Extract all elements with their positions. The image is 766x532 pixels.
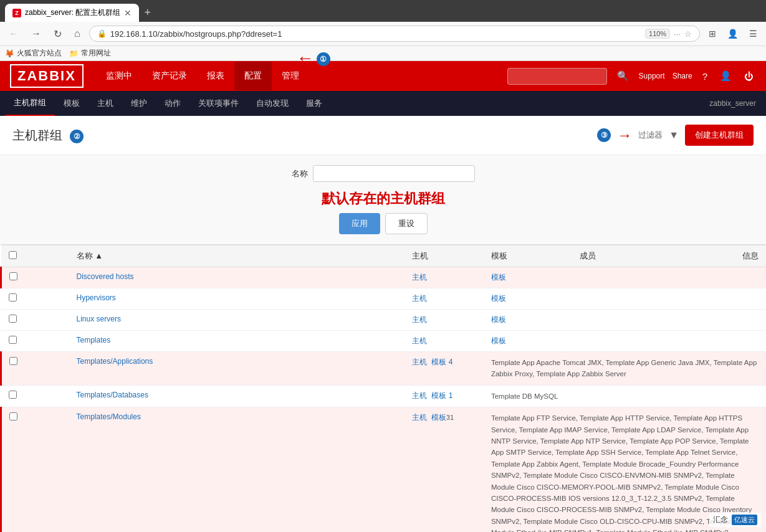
home-button[interactable]: ⌂ [70,27,84,40]
app-header: ZABBIX 监测中 资产记录 报表 配置 管理 → ① 🔍 Support S… [0,61,766,91]
help-icon-button[interactable]: ? [700,69,710,84]
row-template-count[interactable]: 1 [449,391,453,400]
col-header-host: 主机 [405,245,484,267]
filter-icon: ▼ [669,130,679,141]
table-row: Hypervisors 主机 模板 [1,288,767,310]
row-template-count[interactable]: 4 [449,358,453,366]
nav-assets[interactable]: 资产记录 [142,62,197,90]
row-host-link[interactable]: 主机 [412,391,427,400]
page-content: 主机群组 ② ③ → 过滤器 ▼ 创建主机群组 名称 默认存在的主机群组 应用 … [0,116,766,532]
app-logo: ZABBIX [10,64,84,88]
sub-nav: 主机群组 模板 主机 维护 动作 关联项事件 自动发现 服务 zabbix_se… [0,91,766,116]
logout-icon-button[interactable]: ⏻ [742,69,756,84]
bookmark-firefox[interactable]: 🦊 火狐官方站点 [5,48,62,59]
account-button[interactable]: 👤 [724,27,742,40]
hostgroups-table: 名称 ▲ 主机 模板 成员 信息 Discovered hosts 主机 模板 [0,245,766,532]
share-link[interactable]: Share [673,72,692,80]
reset-filter-button[interactable]: 重设 [385,213,428,234]
back-button[interactable]: ← [5,27,22,40]
row-template-count: 31 [446,414,454,421]
row-template-content: Template DB MySQL [484,385,766,407]
row-name-link[interactable]: Templates/Modules [77,412,141,421]
extensions-button[interactable]: ⊞ [705,27,720,40]
lock-icon: 🔒 [97,29,107,38]
subnav-maintenance[interactable]: 维护 [122,92,156,115]
tab-close-button[interactable]: ✕ [124,8,132,18]
watermark-text1: 汇念 [713,515,728,525]
forward-button[interactable]: → [27,27,45,40]
page-header-actions: ③ → 过滤器 ▼ 创建主机群组 [597,125,754,146]
nav-monitoring[interactable]: 监测中 [96,62,142,90]
row-checkbox[interactable] [9,391,17,399]
row-name-link[interactable]: Linux servers [77,315,121,323]
col-header-members: 成员 [572,245,678,267]
browser-action-buttons: ⊞ 👤 ☰ [705,27,761,40]
tab-title: zabbix_server: 配置主机群组 [25,7,120,18]
row-checkbox[interactable] [9,412,17,420]
row-host-link[interactable]: 主机 [412,294,427,303]
row-checkbox[interactable] [9,336,17,344]
filter-section: 名称 默认存在的主机群组 应用 重设 [0,155,766,245]
row-checkbox[interactable] [9,293,17,302]
browser-tab[interactable]: Z zabbix_server: 配置主机群组 ✕ [5,4,139,22]
row-template-link[interactable]: 模板 [431,358,446,366]
bookmarks-bar: 🦊 火狐官方站点 📁 常用网址 [0,46,766,61]
table-row: Discovered hosts 主机 模板 [1,267,767,288]
row-template-link[interactable]: 模板 [431,391,446,400]
header-right: 🔍 Support Share ? 👤 ⏻ [507,68,756,85]
nav-reports[interactable]: 报表 [197,62,234,90]
browser-chrome: Z zabbix_server: 配置主机群组 ✕ + ← → ↻ ⌂ 🔒 19… [0,0,766,61]
subnav-correlations[interactable]: 关联项事件 [189,92,247,115]
support-link[interactable]: Support [639,72,665,80]
row-host-link[interactable]: 主机 [412,336,427,345]
col-header-template: 模板 [484,245,572,267]
row-name-link[interactable]: Templates/Databases [77,391,148,399]
row-host-link[interactable]: 主机 [412,315,427,324]
search-icon-button[interactable]: 🔍 [615,68,631,84]
url-bar[interactable]: 🔒 192.168.1.10/zabbix/hostgroups.php?ddr… [89,26,700,42]
row-checkbox[interactable] [9,357,17,365]
subnav-templates[interactable]: 模板 [55,92,89,115]
row-name-link[interactable]: Discovered hosts [77,272,134,281]
user-icon-button[interactable]: 👤 [717,68,734,84]
row-name-link[interactable]: Templates/Applications [77,357,153,366]
subnav-hostgroups[interactable]: 主机群组 [5,91,55,116]
bookmark-button[interactable]: ☆ [684,29,692,39]
nav-config[interactable]: 配置 [234,62,272,90]
table-row: Templates/Databases 主机 模板1 Template DB M… [1,385,767,407]
tab-favicon: Z [12,9,21,17]
subnav-autodiscovery[interactable]: 自动发现 [247,92,297,115]
apply-filter-button[interactable]: 应用 [339,213,380,234]
menu-button[interactable]: ☰ [745,27,761,40]
subnav-hosts[interactable]: 主机 [89,92,122,115]
row-checkbox[interactable] [9,272,17,280]
global-search-input[interactable] [507,68,607,85]
row-name-link[interactable]: Templates [77,336,111,344]
row-host-link[interactable]: 主机 [412,358,427,366]
row-host-link[interactable]: 主机 [412,413,427,422]
subnav-actions[interactable]: 动作 [156,92,189,115]
row-template-link[interactable]: 模板 [431,413,446,422]
row-template-link[interactable]: 模板 [491,273,506,282]
table-row: Templates 主机 模板 [1,331,767,352]
default-text: 默认存在的主机群组 [12,189,754,208]
row-name-link[interactable]: Hypervisors [77,293,116,302]
annotation-2: ② [70,130,84,143]
new-tab-button[interactable]: + [139,4,156,22]
bookmark-common[interactable]: 📁 常用网址 [69,48,111,59]
watermark: 汇念 亿速云 [709,513,761,527]
row-host-link[interactable]: 主机 [412,273,427,282]
select-all-checkbox[interactable] [9,251,17,259]
table-row: Linux servers 主机 模板 [1,310,767,331]
subnav-services[interactable]: 服务 [297,92,331,115]
table-section: 名称 ▲ 主机 模板 成员 信息 Discovered hosts 主机 模板 [0,245,766,532]
app-nav: 监测中 资产记录 报表 配置 管理 [96,62,309,90]
row-checkbox[interactable] [9,315,17,323]
row-template-link[interactable]: 模板 [491,315,506,324]
row-template-link[interactable]: 模板 [491,294,506,303]
row-template-link[interactable]: 模板 [491,336,506,345]
filter-name-input[interactable] [313,165,475,182]
reload-button[interactable]: ↻ [50,27,65,41]
url-more-button[interactable]: ··· [674,29,681,39]
create-hostgroup-button[interactable]: 创建主机群组 [685,125,754,146]
